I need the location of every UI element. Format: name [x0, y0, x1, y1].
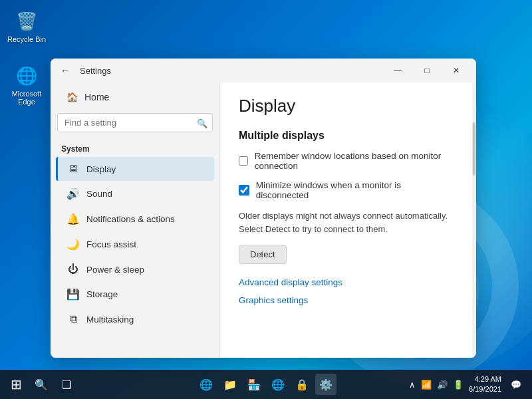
- sidebar-item-power[interactable]: ⏻ Power & sleep: [56, 257, 214, 281]
- sidebar-item-storage-label: Storage: [86, 289, 118, 299]
- taskbar-edge-icon[interactable]: 🌐: [196, 374, 217, 395]
- display-nav-icon: 🖥: [66, 163, 80, 175]
- sidebar-item-storage[interactable]: 💾 Storage: [56, 282, 214, 307]
- sidebar-item-notifications-label: Notifications & actions: [86, 214, 175, 224]
- taskbar-store-icon[interactable]: 🏪: [243, 374, 265, 395]
- checkbox-minimize-windows[interactable]: [239, 185, 249, 196]
- back-button[interactable]: ←: [56, 61, 74, 80]
- home-label: Home: [84, 92, 109, 102]
- checkbox-remember-windows[interactable]: [239, 156, 248, 166]
- minimize-button[interactable]: —: [383, 61, 412, 80]
- tray-chevron-icon[interactable]: ∧: [408, 378, 417, 391]
- notification-center-button[interactable]: 💬: [505, 374, 527, 395]
- scrollbar-thumb[interactable]: [473, 122, 475, 176]
- sidebar-item-notifications[interactable]: 🔔 Notifications & actions: [56, 207, 214, 231]
- window-body: 🏠 Home 🔍 System 🖥 Display 🔊 Sound: [51, 82, 476, 358]
- taskbar-edge2-icon[interactable]: 🌐: [267, 374, 289, 395]
- desktop: 🗑️ Recycle Bin 🌐 Microsoft Edge ← Settin…: [0, 0, 532, 399]
- recycle-bin-label: Recycle Bin: [7, 35, 46, 43]
- search-box: 🔍: [57, 113, 213, 132]
- taskbar-settings-icon[interactable]: ⚙️: [315, 374, 336, 395]
- taskbar-left: ⊞ 🔍 ❑: [5, 374, 77, 395]
- close-button[interactable]: ✕: [442, 61, 471, 80]
- sidebar-item-power-label: Power & sleep: [86, 265, 144, 275]
- sidebar-item-display[interactable]: 🖥 Display: [56, 157, 214, 181]
- tray-volume-icon[interactable]: 🔊: [436, 378, 449, 391]
- focus-nav-icon: 🌙: [66, 238, 80, 251]
- notifications-nav-icon: 🔔: [66, 213, 80, 225]
- sidebar-item-focus[interactable]: 🌙 Focus assist: [56, 232, 214, 257]
- desktop-icon-edge[interactable]: 🌐 Microsoft Edge: [7, 64, 47, 106]
- taskbar-center: 🌐 📁 🏪 🌐 🔒 ⚙️: [196, 374, 336, 395]
- taskbar-explorer-icon[interactable]: 📁: [219, 374, 241, 395]
- checkbox-minimize-windows-label: Minimize windows when a monitor is disco…: [256, 180, 454, 200]
- info-text: Older displays might not always connect …: [239, 209, 454, 235]
- system-tray: ∧ 📶 🔊 🔋: [408, 378, 465, 391]
- checkbox-remember-windows-label: Remember window locations based on monit…: [255, 151, 454, 171]
- taskbar-date-display: 6/19/2021: [469, 384, 501, 394]
- task-view-button[interactable]: ❑: [56, 374, 77, 395]
- window-title: Settings: [80, 66, 111, 76]
- home-icon: 🏠: [66, 92, 78, 102]
- title-bar: ← Settings — □ ✕: [51, 59, 476, 82]
- sidebar-item-multitasking[interactable]: ⧉ Multitasking: [56, 307, 214, 331]
- graphics-settings-link[interactable]: Graphics settings: [239, 295, 454, 305]
- tray-battery-icon[interactable]: 🔋: [452, 378, 465, 391]
- title-bar-controls: — □ ✕: [383, 61, 471, 80]
- sidebar-item-focus-label: Focus assist: [86, 239, 136, 249]
- sound-nav-icon: 🔊: [66, 188, 80, 200]
- checkbox-row-2: Minimize windows when a monitor is disco…: [239, 180, 454, 200]
- maximize-button[interactable]: □: [412, 61, 442, 80]
- edge-label: Microsoft Edge: [7, 90, 47, 106]
- page-title: Display: [239, 96, 454, 116]
- sidebar-item-sound-label: Sound: [86, 189, 112, 199]
- recycle-bin-icon: 🗑️: [15, 9, 39, 33]
- desktop-icon-recycle-bin[interactable]: 🗑️ Recycle Bin: [7, 9, 47, 43]
- storage-nav-icon: 💾: [66, 288, 80, 301]
- scrollbar-track[interactable]: [472, 82, 476, 358]
- section-title: Multiple displays: [239, 130, 454, 142]
- sidebar-item-display-label: Display: [86, 164, 116, 174]
- sidebar: 🏠 Home 🔍 System 🖥 Display 🔊 Sound: [51, 82, 220, 358]
- search-taskbar-button[interactable]: 🔍: [31, 374, 52, 395]
- multitasking-nav-icon: ⧉: [66, 313, 80, 325]
- edge-icon: 🌐: [15, 64, 39, 88]
- taskbar: ⊞ 🔍 ❑ 🌐 📁 🏪 🌐 🔒 ⚙️ ∧ 📶 🔊 🔋 4:29 AM 6/19/…: [0, 370, 532, 399]
- system-section-label: System: [51, 139, 219, 156]
- checkbox-row-1: Remember window locations based on monit…: [239, 151, 454, 171]
- sidebar-item-multitasking-label: Multitasking: [86, 315, 134, 325]
- taskbar-right: ∧ 📶 🔊 🔋 4:29 AM 6/19/2021 💬: [408, 374, 527, 395]
- taskbar-clock[interactable]: 4:29 AM 6/19/2021: [469, 374, 501, 395]
- power-nav-icon: ⏻: [66, 263, 80, 275]
- advanced-display-settings-link[interactable]: Advanced display settings: [239, 277, 454, 287]
- taskbar-time-display: 4:29 AM: [469, 374, 501, 384]
- taskbar-lock-icon[interactable]: 🔒: [291, 374, 313, 395]
- search-input[interactable]: [57, 113, 213, 132]
- search-icon: 🔍: [197, 118, 207, 128]
- tray-network-icon[interactable]: 📶: [420, 378, 433, 391]
- sidebar-home[interactable]: 🏠 Home: [56, 85, 214, 109]
- detect-button[interactable]: Detect: [239, 245, 287, 264]
- main-content: Display Multiple displays Remember windo…: [220, 82, 472, 358]
- start-button[interactable]: ⊞: [5, 374, 27, 395]
- settings-window: ← Settings — □ ✕ 🏠 Home 🔍 Sy: [51, 59, 476, 358]
- sidebar-item-sound[interactable]: 🔊 Sound: [56, 182, 214, 206]
- title-bar-left: ← Settings: [56, 61, 111, 80]
